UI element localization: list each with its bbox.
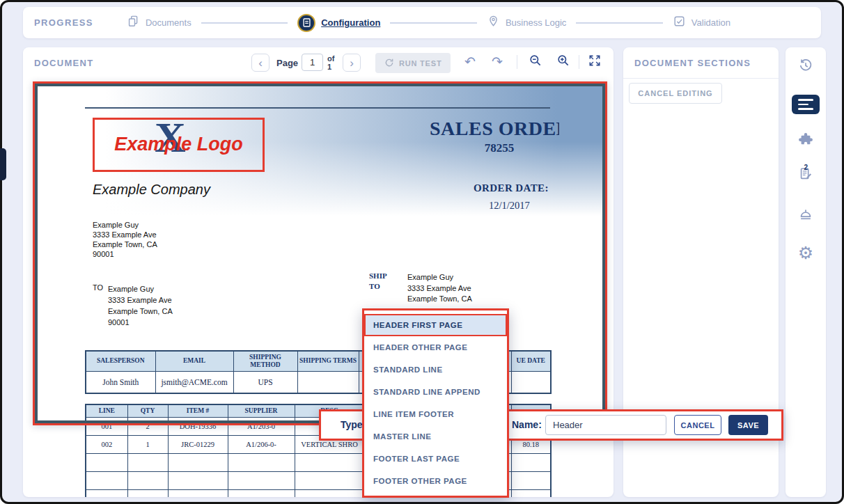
column-header: SHIPPING TERMS <box>297 351 359 371</box>
table-cell <box>295 489 364 497</box>
logo-text: Example Logo <box>95 134 263 155</box>
location-pin-icon <box>487 15 500 31</box>
from-address: Example Guy3333 Example AveExample Town,… <box>93 220 157 259</box>
validation-checkbox-icon <box>673 15 686 31</box>
column-header: UE DATE <box>511 351 551 371</box>
step-business-logic[interactable]: Business Logic <box>487 15 566 31</box>
order-date-value: 12/1/2017 <box>489 200 530 212</box>
table-cell <box>86 471 127 489</box>
order-date-label: ORDER DATE: <box>474 182 549 194</box>
column-header: SHIPPING METHOD <box>233 351 297 371</box>
header-rule <box>85 107 550 109</box>
dropdown-item-header-other-page[interactable]: HEADER OTHER PAGE <box>364 336 507 359</box>
settings-button[interactable]: ⚙ <box>786 242 826 263</box>
panel-divider <box>623 78 779 79</box>
puzzle-icon <box>798 132 813 150</box>
table-cell: DOH-19336 <box>168 417 228 435</box>
history-button[interactable] <box>786 56 826 77</box>
column-header: LINE <box>86 404 127 417</box>
notes-count-badge: 2 <box>804 164 808 171</box>
dropdown-item-master-line[interactable]: MASTER LINE <box>364 425 507 448</box>
document-panel-title: DOCUMENT <box>34 58 94 68</box>
table-cell <box>297 371 359 393</box>
table-cell: 001 <box>86 417 127 435</box>
page-label: Page <box>276 58 298 68</box>
refresh-icon <box>384 58 394 69</box>
page-next-button[interactable]: › <box>343 54 361 72</box>
dropdown-item-standard-line-append[interactable]: STANDARD LINE APPEND <box>364 381 507 403</box>
column-header: QTY <box>127 404 168 417</box>
section-type-dropdown: HEADER FIRST PAGEHEADER OTHER PAGESTANDA… <box>362 308 509 498</box>
integrations-button[interactable] <box>786 130 826 151</box>
left-panel-handle[interactable] <box>0 148 6 180</box>
table-cell: UPS <box>233 371 297 393</box>
chevron-left-icon: ‹ <box>258 56 263 70</box>
section-name-input[interactable] <box>545 415 666 435</box>
undo-button[interactable]: ↶ <box>462 54 478 70</box>
dropdown-item-header-first-page[interactable]: HEADER FIRST PAGE <box>364 314 507 336</box>
toolbar-divider <box>579 55 579 69</box>
table-cell <box>127 471 168 489</box>
column-header: ITEM # <box>168 404 228 417</box>
company-name: Example Company <box>93 182 210 198</box>
table-cell <box>295 453 364 471</box>
page-prev-button[interactable]: ‹ <box>251 54 269 72</box>
dropdown-item-footer-other-page[interactable]: FOOTER OTHER PAGE <box>364 470 507 492</box>
dropdown-item-standard-line[interactable]: STANDARD LINE <box>364 359 507 381</box>
step-documents[interactable]: Documents <box>127 15 192 31</box>
sections-panel-title: DOCUMENT SECTIONS <box>634 58 751 68</box>
address-line: Example Town, CA <box>93 239 157 249</box>
cancel-editing-button[interactable]: CANCEL EDITING <box>629 83 722 104</box>
sections-icon <box>798 99 813 109</box>
right-icon-rail: 2 ⚙ <box>786 47 826 497</box>
table-cell <box>168 471 228 489</box>
zoom-in-button[interactable] <box>556 54 571 70</box>
step-validation[interactable]: Validation <box>673 15 730 31</box>
page-number-input[interactable] <box>302 54 323 71</box>
dropdown-item-line-item-footer[interactable]: LINE ITEM FOOTER <box>364 403 507 425</box>
table-cell <box>168 489 228 497</box>
address-line: Example Town, CA <box>407 294 472 305</box>
progress-title: PROGRESS <box>34 17 93 28</box>
table-cell <box>228 471 295 489</box>
logo-highlight-box: X Example Logo <box>93 118 265 172</box>
notes-button[interactable]: 2 <box>786 165 826 186</box>
table-cell <box>86 489 127 497</box>
address-line: Example Guy <box>93 220 157 230</box>
ship-to-label: SHIP TO <box>369 271 387 292</box>
zoom-in-icon <box>556 54 570 70</box>
configuration-icon <box>297 14 315 32</box>
run-test-button[interactable]: RUN TEST <box>375 53 451 73</box>
address-line: Example Town, CA <box>108 306 173 317</box>
history-icon <box>798 58 813 76</box>
table-cell: jsmith@ACME.com <box>155 371 233 393</box>
table-cell <box>295 471 364 489</box>
column-header: SUPPLIER <box>228 404 295 417</box>
service-bell-icon <box>798 208 813 226</box>
undo-icon: ↶ <box>464 55 476 69</box>
to-label: TO <box>93 283 103 292</box>
table-cell: 2 <box>127 417 168 435</box>
fullscreen-button[interactable] <box>587 54 602 70</box>
progress-connector <box>390 22 477 24</box>
sales-order-title: SALES ORDER <box>430 118 559 143</box>
table-cell <box>127 489 168 497</box>
progress-connector <box>201 22 288 24</box>
gear-icon: ⚙ <box>798 244 813 262</box>
dropdown-item-footer-last-page[interactable]: FOOTER LAST PAGE <box>364 448 507 470</box>
to-address: Example Guy3333 Example AveExample Town,… <box>108 283 173 328</box>
cancel-button[interactable]: CANCEL <box>674 415 721 435</box>
step-label: Documents <box>146 17 192 28</box>
progress-bar: PROGRESS Documents Configuration Busines… <box>23 7 821 38</box>
address-line: 90001 <box>108 317 173 328</box>
table-cell <box>86 453 127 471</box>
redo-button[interactable]: ↷ <box>490 54 505 70</box>
table-cell <box>511 453 551 471</box>
sections-button-selected[interactable] <box>792 95 820 114</box>
step-configuration[interactable]: Configuration <box>297 14 380 32</box>
save-button[interactable]: SAVE <box>728 415 768 435</box>
column-header: EMAIL <box>155 351 233 371</box>
step-label: Business Logic <box>506 17 566 28</box>
service-button[interactable] <box>786 207 826 228</box>
zoom-out-button[interactable] <box>528 54 543 70</box>
